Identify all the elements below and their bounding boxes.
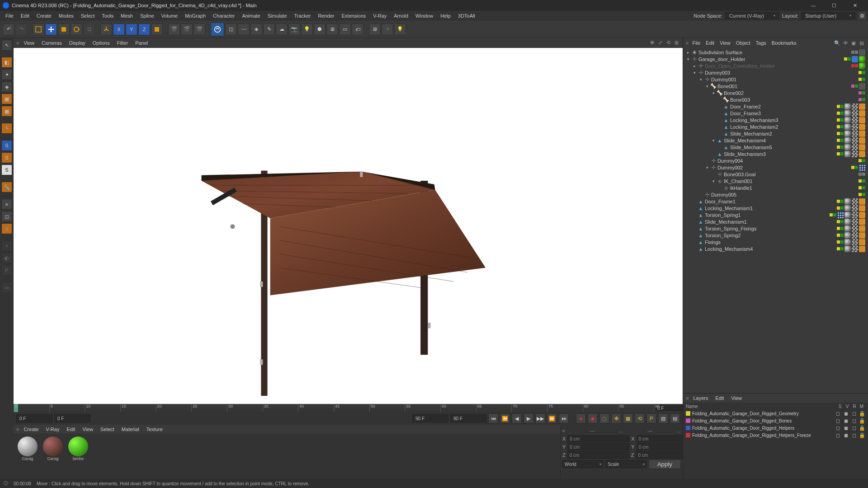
vpmenu-display[interactable]: Display [66, 39, 89, 47]
vpmenu-options[interactable]: Options [89, 39, 113, 47]
tag-sphere[interactable] [844, 232, 851, 239]
material-item[interactable]: lambe [67, 436, 90, 461]
layout-prefs-icon[interactable]: ⚙ [858, 12, 866, 20]
tag-checker[interactable] [852, 117, 858, 123]
key-sel-button[interactable]: ▧ [658, 413, 668, 423]
matmenu-create[interactable]: Create [20, 426, 42, 433]
vpmenu-filter[interactable]: Filter [113, 39, 132, 47]
layer-row[interactable]: Folding_Automatic_Garage_Door_Rigged_Geo… [683, 410, 868, 417]
menu-animate[interactable]: Animate [238, 12, 264, 19]
timeline[interactable]: 051015202530354045505560657075808590 0 F [14, 404, 683, 412]
key-pos-button[interactable]: ◌ [599, 413, 609, 423]
tweak-mode[interactable]: 🔧 [1, 182, 12, 192]
tag-checker[interactable] [852, 232, 858, 239]
layers-menu-icon[interactable]: ≡ [686, 395, 689, 401]
tag-sphere[interactable] [844, 131, 851, 137]
points-mode[interactable]: └ [1, 123, 12, 134]
tag-checker[interactable] [852, 124, 858, 130]
object-row[interactable]: ▲Fixings [683, 239, 868, 245]
start-frame-field[interactable]: 0 F [16, 414, 52, 422]
tag-orange[interactable] [859, 198, 865, 205]
add-environment-button[interactable]: ☁ [276, 23, 288, 35]
layer-view[interactable]: ◼ [843, 425, 849, 431]
tag-checker[interactable] [852, 131, 858, 137]
vp-zoom-icon[interactable]: ⤢ [656, 39, 664, 47]
om-filter-icon[interactable]: ▣ [850, 39, 857, 47]
coord-field[interactable] [567, 451, 629, 459]
goto-start-button[interactable]: ⏮ [488, 413, 498, 423]
tree-toggle[interactable]: ▾ [711, 138, 716, 143]
tree-toggle[interactable]: ▾ [686, 57, 690, 61]
vp-layout-icon[interactable]: ⊞ [673, 39, 680, 47]
add-generator-button[interactable]: ◈ [250, 23, 262, 35]
tag-sphere[interactable] [844, 225, 851, 232]
matmenu-v-ray[interactable]: V-Ray [42, 426, 63, 433]
add-cube-button[interactable]: ◫ [225, 23, 237, 35]
visibility-dots[interactable] [859, 173, 865, 176]
coord-mode-2[interactable]: Scale [605, 460, 646, 468]
tag-checker[interactable] [852, 137, 858, 144]
object-row[interactable]: ▾⊹Dummy002 [683, 164, 868, 171]
tag-dots[interactable] [837, 212, 844, 218]
object-row[interactable]: ▾▲Slide_Mechanism4 [683, 137, 868, 144]
axis-mode[interactable]: ▦ [1, 106, 12, 117]
material-item[interactable]: Garag [42, 436, 64, 461]
coord-apply-button[interactable]: Apply [649, 460, 681, 469]
snap-grid-button[interactable]: ⊞ [369, 23, 381, 35]
rotate-tool[interactable] [71, 23, 82, 35]
object-row[interactable]: ▲Torsion_Spring1 [683, 211, 868, 218]
tree-toggle[interactable]: ▸ [686, 50, 690, 55]
visibility-dots[interactable] [837, 139, 844, 142]
tag-orange[interactable] [859, 124, 865, 130]
prev-frame-button[interactable]: ◀ [512, 413, 522, 423]
tag-blue[interactable] [852, 56, 858, 62]
snap-settings-button[interactable]: ⁘ [382, 23, 393, 35]
tag-sphere[interactable] [844, 137, 851, 144]
matmenu-material[interactable]: Material [118, 426, 143, 433]
menu-3dtoall[interactable]: 3DToAll [454, 12, 479, 19]
object-row[interactable]: ▲Slide_Mechanism2 [683, 130, 868, 137]
key-scale-button[interactable]: ✥ [611, 413, 621, 423]
object-row[interactable]: ▸◈Subdivision Surface [683, 49, 868, 56]
layer-row[interactable]: Folding_Automatic_Garage_Door_Rigged_Bon… [683, 417, 868, 424]
tag-orange[interactable] [859, 239, 865, 245]
tag-orange[interactable] [859, 225, 865, 232]
viewport[interactable] [14, 48, 683, 404]
add-volume-button[interactable]: ▭ [339, 23, 351, 35]
menu-mograph[interactable]: MoGraph [181, 12, 209, 19]
add-mograph-button[interactable]: ⊞ [326, 23, 338, 35]
object-row[interactable]: ▾⊹Dummy003 [683, 69, 868, 76]
menu-v-ray[interactable]: V-Ray [369, 12, 390, 19]
visibility-dots[interactable] [859, 186, 865, 189]
tag-sphere[interactable] [844, 246, 851, 252]
tag-orange[interactable] [859, 246, 865, 252]
coord-mode-1[interactable]: World [562, 460, 604, 468]
tag-checker[interactable] [852, 144, 858, 150]
tag-checker[interactable] [852, 198, 858, 205]
tag-sphere[interactable] [844, 205, 851, 211]
object-row[interactable]: ▾🦴Bone002 [683, 89, 868, 96]
tag-sphere[interactable] [844, 239, 851, 245]
object-tree[interactable]: ▸◈Subdivision Surface▾⊹Garage_door_Holde… [683, 48, 868, 393]
render-settings-button[interactable]: 🎬 [193, 23, 205, 35]
tag-orange[interactable] [859, 205, 865, 211]
object-row[interactable]: ▲Locking_Mechanism3 [683, 117, 868, 123]
visibility-dots[interactable] [837, 240, 844, 244]
key-rot-button[interactable]: ▦ [623, 413, 633, 423]
layout-combo[interactable]: Startup (User) [801, 12, 855, 19]
object-row[interactable]: ▲Torsion_Spring_Fixings [683, 225, 868, 232]
tag-orange[interactable] [859, 219, 865, 225]
redo-button[interactable]: ↷ [15, 23, 27, 35]
tree-toggle[interactable]: ▾ [711, 179, 716, 183]
layer-solo[interactable]: ◻ [835, 411, 841, 416]
tag-sphere[interactable] [844, 103, 851, 110]
layer-view[interactable]: ◼ [843, 432, 849, 438]
add-deformer-button[interactable]: ✎ [263, 23, 275, 35]
tree-toggle[interactable]: ▾ [692, 70, 697, 75]
ommenu-file[interactable]: File [689, 39, 703, 47]
object-row[interactable]: ▾⎋IK_Chain001 [683, 178, 868, 184]
visibility-dots[interactable] [859, 193, 865, 196]
menu-render[interactable]: Render [314, 12, 338, 19]
visibility-dots[interactable] [837, 206, 844, 210]
next-frame-button[interactable]: ▶▶ [535, 413, 545, 423]
